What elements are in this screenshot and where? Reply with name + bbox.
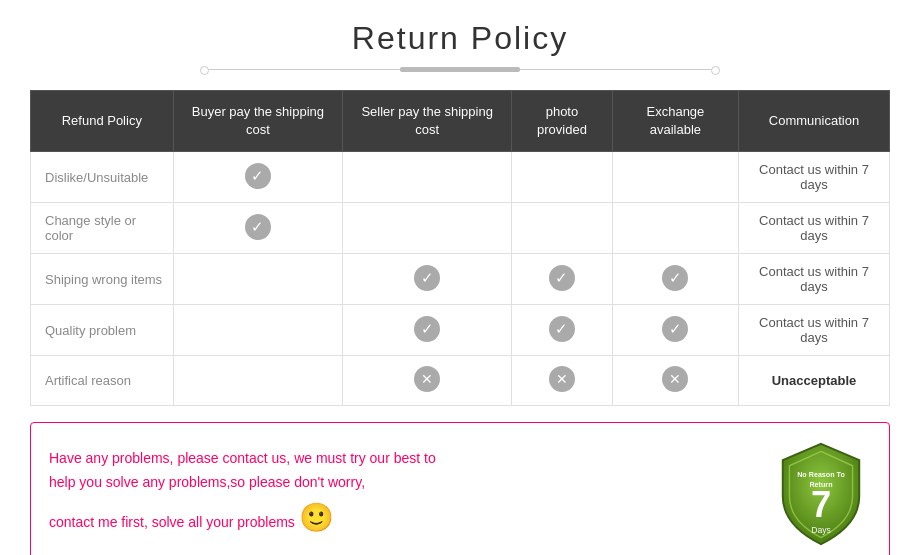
check-icon [662,265,688,291]
communication-cell: Contact us within 7 days [739,254,890,305]
communication-cell: Unacceptable [739,356,890,406]
header-photo: photo provided [512,91,613,152]
x-icon [414,366,440,392]
bottom-line3: contact me first, solve all your problem… [49,514,295,530]
exchange-check-cell [612,356,738,406]
page-title: Return Policy [30,20,890,57]
svg-text:7: 7 [811,485,831,526]
policy-table: Refund Policy Buyer pay the shipping cos… [30,90,890,406]
exchange-check-cell [612,305,738,356]
divider-left [200,69,400,70]
communication-cell: Contact us within 7 days [739,305,890,356]
check-icon [549,265,575,291]
row-name: Artifical reason [31,356,174,406]
photo-check-cell [512,203,613,254]
exchange-check-cell [612,254,738,305]
x-icon [549,366,575,392]
buyer-check-cell [173,305,343,356]
check-icon [414,316,440,342]
shield-badge: No Reason To Return 7 Days [771,439,871,549]
bottom-text: Have any problems, please contact us, we… [49,447,751,542]
seller-check-cell [343,305,512,356]
check-icon [549,316,575,342]
check-icon [245,214,271,240]
check-icon [662,316,688,342]
title-section: Return Policy [30,20,890,72]
shield-svg: No Reason To Return 7 Days [771,439,871,549]
photo-check-cell [512,152,613,203]
seller-check-cell [343,356,512,406]
buyer-check-cell [173,152,343,203]
page-wrapper: Return Policy Refund Policy Buyer pay th… [0,0,920,555]
photo-check-cell [512,356,613,406]
table-row: Change style or colorContact us within 7… [31,203,890,254]
bottom-section: Have any problems, please contact us, we… [30,422,890,555]
table-row: Quality problemContact us within 7 days [31,305,890,356]
seller-check-cell [343,152,512,203]
photo-check-cell [512,254,613,305]
header-seller-shipping: Seller pay the shipping cost [343,91,512,152]
svg-text:Days: Days [811,525,831,535]
table-row: Dislike/UnsuitableContact us within 7 da… [31,152,890,203]
table-row: Artifical reasonUnacceptable [31,356,890,406]
exchange-check-cell [612,203,738,254]
seller-check-cell [343,203,512,254]
row-name: Shiping wrong items [31,254,174,305]
table-header-row: Refund Policy Buyer pay the shipping cos… [31,91,890,152]
row-name: Quality problem [31,305,174,356]
table-row: Shiping wrong itemsContact us within 7 d… [31,254,890,305]
bottom-line2: help you solve any problems,so please do… [49,474,365,490]
header-refund-policy: Refund Policy [31,91,174,152]
check-icon [414,265,440,291]
divider-right [520,69,720,70]
row-name: Change style or color [31,203,174,254]
smiley-icon: 🙂 [299,502,334,533]
divider-center [400,67,520,72]
svg-text:No Reason To: No Reason To [797,472,845,480]
exchange-check-cell [612,152,738,203]
buyer-check-cell [173,254,343,305]
x-icon [662,366,688,392]
communication-cell: Contact us within 7 days [739,203,890,254]
header-communication: Communication [739,91,890,152]
header-buyer-shipping: Buyer pay the shipping cost [173,91,343,152]
photo-check-cell [512,305,613,356]
seller-check-cell [343,254,512,305]
header-exchange: Exchange available [612,91,738,152]
communication-cell: Contact us within 7 days [739,152,890,203]
bottom-line1: Have any problems, please contact us, we… [49,450,436,466]
buyer-check-cell [173,356,343,406]
title-divider [30,67,890,72]
check-icon [245,163,271,189]
buyer-check-cell [173,203,343,254]
row-name: Dislike/Unsuitable [31,152,174,203]
